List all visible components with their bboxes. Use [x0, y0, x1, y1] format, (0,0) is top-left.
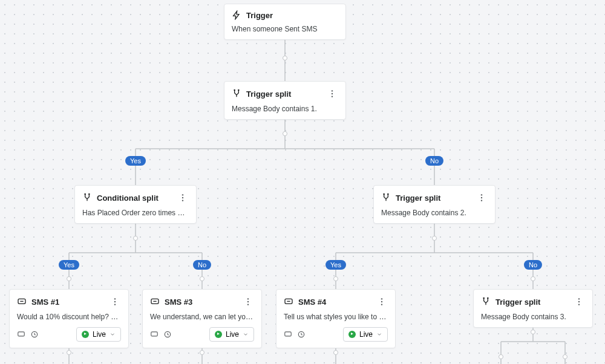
- node-description: Has Placed Order zero times over all tim…: [82, 209, 189, 217]
- node-title: SMS #1: [31, 297, 104, 307]
- message-icon: [17, 297, 27, 307]
- message-outline-icon: [284, 330, 292, 339]
- node-title: Trigger split: [396, 193, 471, 203]
- branch-badge-no: No: [524, 260, 542, 270]
- sms-node[interactable]: SMS #4 Tell us what styles you like to g…: [276, 289, 396, 348]
- split-icon: [82, 193, 92, 203]
- branch-badge-yes: Yes: [59, 260, 79, 270]
- svg-point-57: [578, 304, 580, 305]
- node-more-button[interactable]: [326, 88, 338, 100]
- clock-icon: [297, 330, 306, 339]
- chevron-down-icon: [110, 331, 116, 337]
- node-more-button[interactable]: [177, 192, 189, 204]
- svg-rect-45: [151, 332, 158, 336]
- conditional-split-node[interactable]: Conditional split Has Placed Order zero …: [74, 185, 197, 224]
- trigger-split-node[interactable]: Trigger split Message Body contains 2.: [373, 185, 495, 224]
- play-status-icon: [82, 331, 89, 338]
- trigger-split-node[interactable]: Trigger split Message Body contains 1.: [224, 81, 346, 120]
- clock-icon: [163, 330, 172, 339]
- split-icon: [232, 89, 241, 99]
- play-status-icon: [215, 331, 222, 338]
- sms-node[interactable]: SMS #3 We understand, we can let you kno…: [142, 289, 262, 348]
- node-description: Message Body contains 3.: [481, 313, 585, 321]
- message-icon: [284, 297, 293, 307]
- svg-point-23: [332, 93, 333, 94]
- split-icon: [381, 193, 391, 203]
- svg-point-48: [381, 298, 382, 299]
- status-select[interactable]: Live: [76, 327, 121, 342]
- node-more-button[interactable]: [476, 192, 488, 204]
- node-description: We understand, we can let you know whe..…: [150, 313, 254, 321]
- svg-point-22: [332, 90, 333, 91]
- message-outline-icon: [17, 330, 25, 339]
- status-label: Live: [93, 330, 106, 339]
- svg-point-50: [381, 304, 382, 305]
- svg-point-34: [481, 200, 482, 201]
- node-more-button[interactable]: [242, 296, 254, 308]
- branch-badge-yes: Yes: [125, 156, 146, 166]
- svg-point-32: [481, 194, 482, 195]
- svg-point-38: [114, 304, 116, 305]
- svg-point-21: [238, 89, 239, 90]
- svg-point-37: [114, 301, 116, 302]
- node-title: Trigger: [246, 11, 338, 20]
- node-title: Trigger split: [246, 89, 321, 99]
- node-title: Trigger split: [495, 297, 568, 307]
- node-title: Conditional split: [97, 193, 172, 203]
- svg-point-25: [85, 193, 85, 194]
- svg-point-33: [481, 197, 482, 198]
- svg-rect-51: [285, 332, 292, 336]
- sms-node[interactable]: SMS #1 Would a 10% discount help? Use co…: [9, 289, 129, 348]
- svg-point-31: [388, 193, 388, 194]
- clock-icon: [30, 330, 39, 339]
- svg-point-29: [182, 200, 183, 201]
- node-description: Would a 10% discount help? Use code G...: [17, 313, 121, 321]
- node-more-button[interactable]: [376, 296, 388, 308]
- node-title: SMS #4: [298, 297, 371, 307]
- status-label: Live: [359, 330, 373, 339]
- node-description: When someone Sent SMS: [232, 25, 338, 33]
- chevron-down-icon: [243, 331, 249, 337]
- svg-point-43: [247, 301, 249, 302]
- svg-point-44: [247, 304, 249, 305]
- status-select[interactable]: Live: [209, 327, 254, 342]
- svg-point-28: [182, 197, 183, 198]
- message-icon: [150, 297, 160, 307]
- branch-badge-no: No: [425, 156, 443, 166]
- status-label: Live: [226, 330, 239, 339]
- chevron-down-icon: [376, 331, 382, 337]
- bolt-icon: [232, 10, 241, 20]
- svg-rect-39: [18, 332, 25, 336]
- svg-point-55: [578, 298, 580, 299]
- branch-badge-yes: Yes: [325, 260, 346, 270]
- node-description: Message Body contains 1.: [232, 105, 338, 113]
- node-more-button[interactable]: [573, 296, 585, 308]
- svg-point-27: [182, 194, 183, 195]
- svg-point-42: [247, 298, 249, 299]
- svg-point-53: [483, 297, 484, 298]
- svg-point-26: [89, 193, 90, 194]
- svg-point-36: [114, 298, 116, 299]
- trigger-split-node[interactable]: Trigger split Message Body contains 3.: [473, 289, 593, 328]
- node-description: Tell us what styles you like to get cust…: [284, 313, 388, 321]
- split-icon: [481, 297, 491, 307]
- svg-point-49: [381, 301, 382, 302]
- trigger-node[interactable]: Trigger When someone Sent SMS: [224, 4, 346, 40]
- node-more-button[interactable]: [109, 296, 121, 308]
- status-select[interactable]: Live: [343, 327, 388, 342]
- svg-point-54: [488, 297, 488, 298]
- svg-point-24: [332, 96, 333, 97]
- node-title: SMS #3: [165, 297, 237, 307]
- node-description: Message Body contains 2.: [381, 209, 488, 217]
- svg-point-30: [384, 193, 384, 194]
- svg-point-20: [234, 89, 235, 90]
- svg-point-56: [578, 301, 580, 302]
- branch-badge-no: No: [193, 260, 211, 270]
- message-outline-icon: [150, 330, 159, 339]
- play-status-icon: [348, 331, 356, 338]
